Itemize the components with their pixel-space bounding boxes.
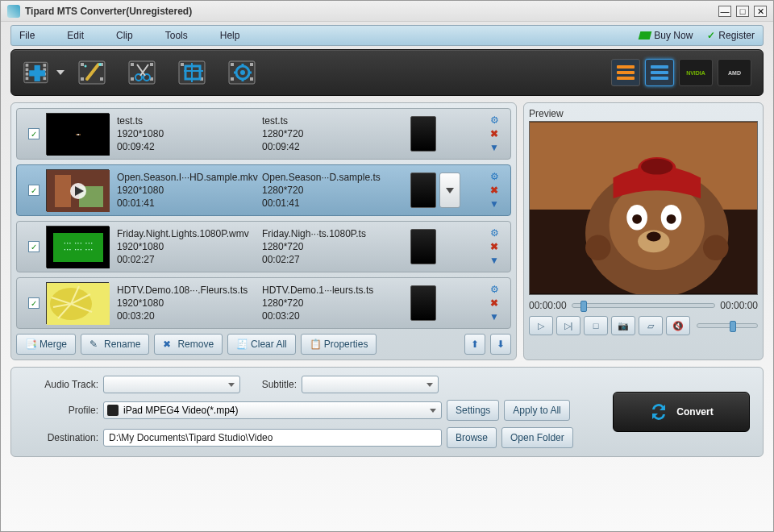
browse-button[interactable]: Browse [447,427,497,448]
mute-button[interactable]: 🔇 [666,316,690,335]
svg-rect-32 [250,63,253,66]
svg-point-67 [667,214,676,224]
svg-rect-20 [131,77,134,81]
file-row[interactable]: ✓ HDTV.Demo.108···.Fleurs.ts.ts 1920*108… [16,277,511,329]
volume-slider[interactable] [697,323,758,328]
destination-label: Destination: [24,432,98,443]
output-info: HDTV.Demo.1···leurs.ts.ts 1280*720 00:03… [262,284,407,322]
svg-rect-19 [131,63,134,66]
row-settings-icon[interactable]: ⚙ [489,114,500,126]
row-settings-icon[interactable]: ⚙ [489,227,500,239]
seek-slider[interactable] [572,303,716,308]
register-link[interactable]: ✓ Register [707,30,755,41]
row-settings-icon[interactable]: ⚙ [489,284,500,295]
row-checkbox[interactable]: ✓ [28,297,40,309]
row-down-icon[interactable]: ▼ [489,142,500,153]
svg-point-17 [85,65,87,68]
profile-label: Profile: [24,405,98,416]
row-remove-icon[interactable]: ✖ [489,128,500,139]
svg-rect-33 [250,77,253,81]
svg-rect-8 [43,77,46,80]
trim-button[interactable] [123,54,164,91]
file-row[interactable]: ✓ ··· ··· ······ ··· ··· Friday.Night.Li… [16,221,511,272]
device-icon [410,285,436,321]
svg-point-73 [703,235,729,261]
move-up-button[interactable]: ⬆ [464,334,485,355]
profile-select[interactable]: iPad MPEG4 Video(*.mp4) [103,401,442,419]
file-row[interactable]: ✓ Open.Season.I···HD.sample.mkv 1920*108… [16,164,511,216]
remove-button[interactable]: ✖Remove [154,334,223,355]
destination-input[interactable]: D:\My Documents\Tipard Studio\Video [103,429,442,447]
row-checkbox[interactable]: ✓ [28,128,40,139]
cart-icon [639,31,652,39]
properties-button[interactable]: 📋Properties [301,334,377,355]
buy-now-link[interactable]: Buy Now [639,30,693,41]
row-remove-icon[interactable]: ✖ [489,185,500,196]
merge-button[interactable]: 📑Merge [16,334,76,355]
row-down-icon[interactable]: ▼ [489,198,500,210]
preferences-button[interactable] [223,54,264,91]
row-down-icon[interactable]: ▼ [489,311,500,322]
maximize-button[interactable]: □ [736,6,749,17]
file-row[interactable]: ✓ test.ts 1920*1080 00:09:42 test.ts 128… [16,108,511,160]
preview-panel: Preview 00 [523,102,764,360]
subtitle-label: Subtitle: [240,379,297,390]
menu-help[interactable]: Help [220,30,240,41]
svg-point-35 [240,70,245,75]
output-info: Open.Season···D.sample.ts 1280*720 00:01… [262,171,407,210]
source-info: Friday.Night.Lights.1080P.wmv 1920*1080 … [117,227,262,266]
clear-all-button[interactable]: 🧾Clear All [227,334,296,355]
row-down-icon[interactable]: ▼ [489,255,500,266]
profile-dropdown-button[interactable] [439,172,460,208]
menu-tools[interactable]: Tools [165,30,188,41]
minimize-button[interactable]: — [718,6,731,17]
thumbnail: ··· ··· ······ ··· ··· [46,226,109,268]
effect-button[interactable] [73,54,114,91]
rename-button[interactable]: ✎Rename [81,334,149,355]
settings-button[interactable]: Settings [447,400,499,421]
menu-file[interactable]: File [19,30,35,41]
apply-all-button[interactable]: Apply to All [504,400,569,421]
svg-point-16 [98,63,102,66]
properties-icon: 📋 [310,339,321,350]
svg-point-65 [632,214,642,224]
stop-button[interactable]: □ [584,316,608,335]
source-info: test.ts 1920*1080 00:09:42 [117,114,262,153]
row-checkbox[interactable]: ✓ [28,241,40,252]
preview-frame [529,121,758,295]
crop-button[interactable] [173,54,214,91]
svg-rect-30 [231,63,234,66]
svg-rect-44 [55,175,71,207]
menu-edit[interactable]: Edit [67,30,84,41]
thumbnail [46,113,109,155]
view-list-button[interactable] [611,59,640,86]
step-button[interactable]: ▷| [556,316,580,335]
convert-button[interactable]: Convert [613,392,750,432]
menu-clip[interactable]: Clip [116,30,133,41]
row-checkbox[interactable]: ✓ [28,185,40,196]
add-file-button[interactable] [23,54,64,91]
audio-track-select[interactable] [103,376,240,393]
row-remove-icon[interactable]: ✖ [489,241,500,252]
row-settings-icon[interactable]: ⚙ [489,171,500,182]
close-button[interactable]: ✕ [754,6,767,17]
view-detail-button[interactable] [645,59,674,86]
subtitle-select[interactable] [302,376,439,393]
aspect-button[interactable]: ▱ [639,316,663,335]
snapshot-button[interactable]: 📷 [611,316,635,335]
app-window: Tipard MTS Converter(Unregistered) — □ ✕… [0,0,774,532]
svg-rect-3 [26,73,29,76]
move-down-button[interactable]: ⬇ [490,334,511,355]
play-button[interactable]: ▷ [529,316,553,335]
svg-rect-26 [181,63,184,66]
remove-icon: ✖ [163,339,174,350]
svg-rect-2 [26,69,29,72]
svg-point-71 [641,159,672,175]
row-remove-icon[interactable]: ✖ [489,297,500,309]
menubar: File Edit Clip Tools Help Buy Now ✓ Regi… [10,25,764,46]
merge-icon: 📑 [25,339,36,350]
svg-point-72 [585,235,611,261]
open-folder-button[interactable]: Open Folder [501,427,573,448]
time-elapsed: 00:00:00 [529,300,567,311]
titlebar: Tipard MTS Converter(Unregistered) — □ ✕ [1,1,773,22]
